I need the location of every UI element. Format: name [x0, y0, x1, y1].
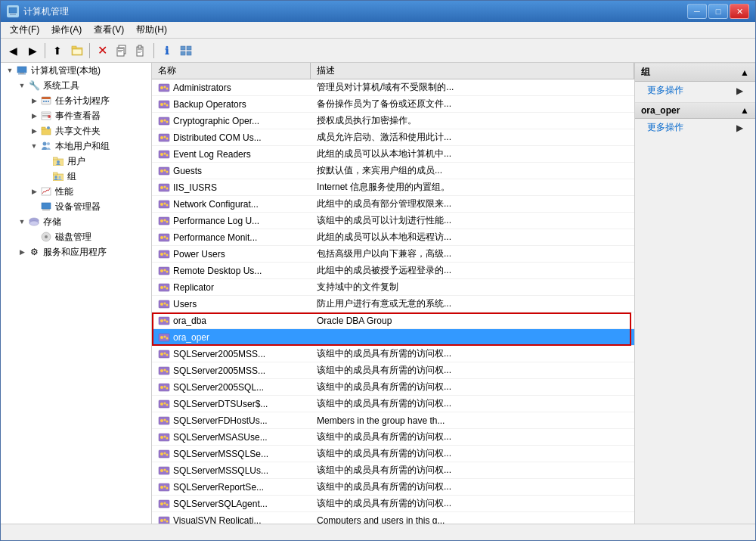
row-name-text: Administrators — [173, 82, 231, 93]
tree-item-performance[interactable]: ▶ 性能 — [1, 184, 151, 199]
svg-point-66 — [160, 136, 163, 139]
back-button[interactable]: ◀ — [4, 42, 22, 60]
svg-point-118 — [160, 353, 163, 356]
list-row[interactable]: Performance Log U...该组中的成员可以计划进行性能... — [152, 213, 634, 229]
list-cell-desc: 该组中的成员具有所需的访问权... — [311, 396, 634, 412]
col-header-name[interactable]: 名称 — [152, 63, 311, 79]
list-row[interactable]: VisualSVN Replicati...Computers and user… — [152, 512, 634, 524]
tree-item-device-mgr[interactable]: 设备管理器 — [1, 199, 151, 214]
list-row[interactable]: Users防止用户进行有意或无意的系统... — [152, 296, 634, 312]
tree-label-disk-mgmt: 磁盘管理 — [55, 231, 91, 244]
row-name-text: VisualSVN Replicati... — [173, 515, 262, 524]
delete-button[interactable]: ✕ — [93, 42, 111, 60]
list-row[interactable]: Administrators管理员对计算机/域有不受限制的... — [152, 79, 634, 96]
row-icon — [158, 465, 170, 477]
list-row[interactable]: Remote Desktop Us...此组中的成员被授予远程登录的... — [152, 263, 634, 279]
tree-label-event-viewer: 事件查看器 — [55, 110, 101, 123]
svg-point-127 — [164, 385, 166, 387]
list-cell-desc — [311, 336, 634, 339]
menu-action[interactable]: 操作(A) — [45, 22, 88, 38]
list-row[interactable]: IIS_IUSRSInternet 信息服务使用的内置组。 — [152, 179, 634, 196]
list-cell-desc: 按默认值，来宾用户组的成员... — [311, 163, 634, 179]
tree-panel: ▼ 计算机管理(本地) ▼ 🔧 系统工具 ▶ — [1, 63, 152, 524]
svg-point-74 — [160, 169, 163, 173]
svg-rect-11 — [138, 45, 141, 48]
list-row[interactable]: Network Configurat...此组中的成员有部分管理权限来... — [152, 196, 634, 213]
window-icon — [7, 5, 19, 17]
paste-button[interactable] — [132, 42, 150, 60]
tree-item-users[interactable]: 用户 — [1, 154, 151, 169]
col-header-desc[interactable]: 描述 — [311, 63, 634, 79]
svg-point-102 — [160, 286, 163, 289]
list-row[interactable]: Guests按默认值，来宾用户组的成员... — [152, 163, 634, 179]
list-cell-desc: 成员允许启动、激活和使用此计... — [311, 129, 634, 145]
view-button[interactable] — [177, 42, 195, 60]
list-row[interactable]: Power Users包括高级用户以向下兼容，高级... — [152, 246, 634, 263]
list-row[interactable]: SQLServerSQLAgent...该组中的成员具有所需的访问权... — [152, 496, 634, 512]
list-cell-name: Administrators — [152, 80, 311, 95]
computer-icon — [16, 64, 28, 76]
svg-point-60 — [166, 104, 169, 106]
list-cell-desc: 授权成员执行加密操作。 — [311, 113, 634, 129]
svg-point-124 — [166, 370, 169, 372]
svg-rect-7 — [118, 48, 123, 49]
list-row[interactable]: SQLServer2005SQL...该组中的成员具有所需的访问权... — [152, 379, 634, 396]
row-name-text: Replicator — [173, 282, 214, 293]
list-cell-desc: 该组中的成员具有所需的访问权... — [311, 346, 634, 362]
list-row[interactable]: SQLServerDTSUser$...该组中的成员具有所需的访问权... — [152, 396, 634, 412]
menu-file[interactable]: 文件(F) — [4, 22, 45, 38]
tree-item-disk-mgmt[interactable]: 磁盘管理 — [1, 229, 151, 244]
tree-item-shared-folders[interactable]: ▶ 共享文件夹 — [1, 123, 151, 138]
svg-point-136 — [166, 420, 169, 422]
svg-point-122 — [160, 369, 163, 372]
list-row[interactable]: Replicator支持域中的文件复制 — [152, 279, 634, 296]
action-item-more-2[interactable]: 更多操作 ▶ — [635, 119, 755, 136]
action-section-ora-oper: ora_oper ▲ 更多操作 ▶ — [635, 102, 755, 136]
tree-item-scheduler[interactable]: ▶ 任务计划程序 — [1, 93, 151, 108]
list-cell-name: Event Log Readers — [152, 147, 311, 162]
list-row[interactable]: SQLServerMSASUse...该组中的成员具有所需的访问权... — [152, 429, 634, 446]
close-button[interactable]: ✕ — [730, 4, 749, 19]
action-item-more-1[interactable]: 更多操作 ▶ — [635, 82, 755, 99]
maximize-button[interactable]: □ — [708, 4, 728, 19]
info-button[interactable]: ℹ — [157, 42, 175, 60]
svg-rect-8 — [118, 50, 123, 51]
list-row[interactable]: ora_oper — [152, 329, 634, 346]
forward-button[interactable]: ▶ — [23, 42, 42, 60]
list-row[interactable]: Performance Monit...此组的成员可以从本地和远程访... — [152, 229, 634, 246]
tree-item-root[interactable]: ▼ 计算机管理(本地) — [1, 63, 151, 78]
list-row[interactable]: ora_dbaOracle DBA Group — [152, 312, 634, 329]
list-row[interactable]: Cryptographic Oper...授权成员执行加密操作。 — [152, 113, 634, 129]
tree-item-local-users[interactable]: ▼ 本地用户和组 — [1, 138, 151, 154]
svg-point-54 — [160, 86, 163, 89]
tree-item-services[interactable]: ▶ ⚙ 服务和应用程序 — [1, 244, 151, 260]
copy-button[interactable] — [113, 42, 131, 60]
minimize-button[interactable]: ─ — [687, 4, 707, 19]
menu-help[interactable]: 帮助(H) — [130, 22, 173, 38]
list-cell-desc: 该组中的成员具有所需的访问权... — [311, 496, 634, 511]
tree-item-storage[interactable]: ▼ 存储 — [1, 214, 151, 229]
list-row[interactable]: SQLServer2005MSS...该组中的成员具有所需的访问权... — [152, 362, 634, 379]
row-icon — [158, 98, 170, 110]
list-row[interactable]: SQLServerFDHostUs...Members in the group… — [152, 412, 634, 429]
menu-view[interactable]: 查看(V) — [88, 22, 130, 38]
list-row[interactable]: Distributed COM Us...成员允许启动、激活和使用此计... — [152, 129, 634, 146]
list-row[interactable]: Backup Operators备份操作员为了备份或还原文件... — [152, 96, 634, 113]
list-cell-name: ora_dba — [152, 313, 311, 328]
row-icon — [158, 398, 170, 410]
svg-point-63 — [164, 119, 166, 121]
list-row[interactable]: SQLServerMSSQLUs...该组中的成员具有所需的访问权... — [152, 462, 634, 479]
list-row[interactable]: SQLServer2005MSS...该组中的成员具有所需的访问权... — [152, 346, 634, 362]
svg-point-116 — [166, 337, 169, 339]
up-button[interactable]: ⬆ — [48, 42, 67, 60]
svg-point-104 — [166, 287, 169, 289]
list-row[interactable]: SQLServerReportSe...该组中的成员具有所需的访问权... — [152, 479, 634, 496]
tree-item-groups[interactable]: 组 — [1, 169, 151, 184]
tree-item-system-tools[interactable]: ▼ 🔧 系统工具 — [1, 78, 151, 93]
list-row[interactable]: Event Log Readers此组的成员可以从本地计算机中... — [152, 146, 634, 163]
svg-point-112 — [166, 320, 169, 322]
list-row[interactable]: SQLServerMSSQLSe...该组中的成员具有所需的访问权... — [152, 446, 634, 462]
tree-item-event-viewer[interactable]: ▶ ! 事件查看器 — [1, 108, 151, 123]
browse-button[interactable] — [68, 42, 86, 60]
list-cell-name: Network Configurat... — [152, 197, 311, 212]
